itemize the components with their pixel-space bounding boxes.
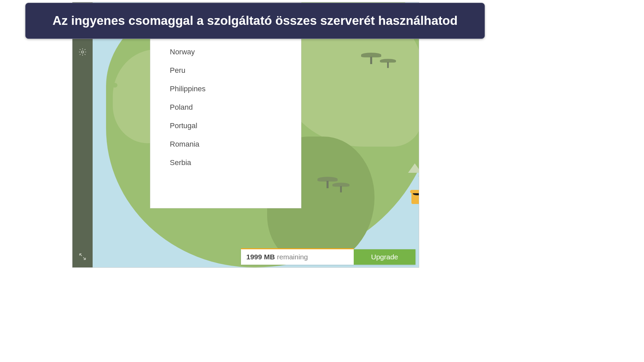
data-remaining-label: remaining: [277, 253, 308, 261]
mountain-icon: [408, 163, 419, 173]
country-item-label: Philippines: [170, 85, 205, 93]
collapse-icon: [78, 252, 87, 262]
sidebar-tab-settings[interactable]: [72, 43, 93, 63]
country-item[interactable]: Poland: [150, 98, 301, 116]
map-lake: [385, 217, 401, 229]
country-list[interactable]: NigeriaNorwayPeruPhilippinesPolandPortug…: [150, 23, 301, 208]
tree-icon: [333, 183, 350, 193]
gear-icon: [78, 48, 87, 58]
country-item[interactable]: Romania: [150, 135, 301, 153]
upgrade-button[interactable]: Upgrade: [354, 249, 415, 265]
tree-icon: [380, 59, 396, 68]
country-item[interactable]: Serbia: [150, 153, 301, 172]
country-item-label: Serbia: [170, 158, 191, 167]
svg-point-1: [82, 51, 84, 53]
sidebar: [72, 2, 93, 267]
status-bar: 1999 MB remaining Upgrade: [241, 249, 415, 265]
vpn-app-window: 1999 MB remaining Upgrade NigeriaNorwayP…: [72, 2, 419, 268]
country-item[interactable]: Portugal: [150, 116, 301, 135]
country-item-label: Poland: [170, 103, 193, 112]
data-progress-bar: [241, 248, 354, 249]
map-island: [112, 83, 117, 88]
country-item-label: Peru: [170, 66, 185, 75]
country-item-label: Romania: [170, 140, 199, 149]
data-remaining-amount: 1999 MB: [246, 253, 275, 261]
info-banner: Az ingyenes csomaggal a szolgáltató össz…: [25, 3, 485, 39]
tunnel-marker[interactable]: [411, 192, 419, 204]
mountain-icon: [418, 169, 419, 176]
country-item-label: Portugal: [170, 121, 197, 130]
tree-icon: [361, 53, 381, 64]
data-remaining: 1999 MB remaining: [241, 249, 354, 265]
sidebar-collapse[interactable]: [72, 247, 93, 267]
country-item[interactable]: Philippines: [150, 80, 301, 98]
country-item[interactable]: Peru: [150, 61, 301, 80]
info-banner-text: Az ingyenes csomaggal a szolgáltató össz…: [39, 13, 471, 29]
country-item[interactable]: Norway: [150, 43, 301, 61]
country-item-label: Norway: [170, 48, 195, 56]
